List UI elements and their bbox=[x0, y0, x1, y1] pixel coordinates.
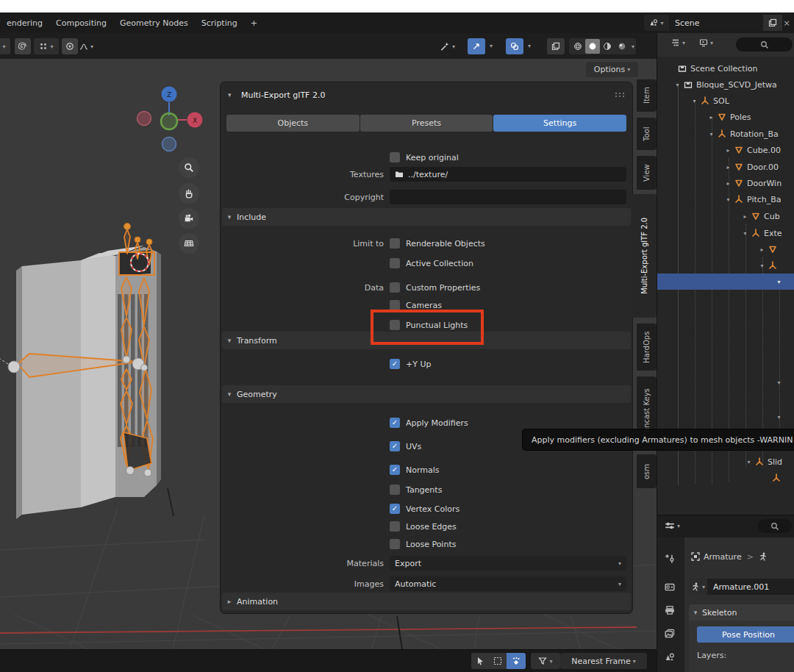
datablock-name-field[interactable]: Armature.001 bbox=[707, 579, 794, 595]
cameras-checkbox[interactable] bbox=[390, 300, 400, 310]
outliner-row-rotation-base[interactable]: ▾ Rotation_Ba bbox=[657, 126, 794, 142]
options-button[interactable]: Options▾ bbox=[586, 62, 638, 77]
gizmo-dropdown-chevron[interactable]: ▾ bbox=[490, 43, 493, 49]
mode-dropdown-partial[interactable]: ▾ bbox=[0, 38, 10, 54]
custom-properties-checkbox[interactable] bbox=[390, 282, 400, 293]
gizmo-minus-z-axis[interactable] bbox=[162, 137, 176, 151]
outliner-row-last[interactable] bbox=[657, 470, 794, 486]
orthographic-toggle-button[interactable] bbox=[179, 233, 199, 254]
menu-scripting[interactable]: Scripting bbox=[201, 18, 237, 28]
outliner-row-deep-1[interactable]: ▾ bbox=[657, 374, 794, 390]
shading-material-icon[interactable] bbox=[600, 39, 615, 54]
active-collection-checkbox[interactable] bbox=[390, 258, 400, 268]
overlays-dropdown-chevron[interactable]: ▾ bbox=[528, 43, 531, 49]
select-cursor-icon[interactable] bbox=[471, 653, 489, 669]
expand-arrow-icon[interactable]: ▸ bbox=[723, 164, 733, 171]
proportional-editing-icon[interactable] bbox=[62, 38, 78, 54]
show-gizmo-icon[interactable] bbox=[468, 38, 485, 54]
outliner-filter-mode-dropdown[interactable]: ▾ bbox=[671, 38, 685, 47]
new-scene-button[interactable] bbox=[763, 15, 782, 31]
tab-presets[interactable]: Presets bbox=[360, 115, 493, 132]
sidebar-tab-tool[interactable]: Tool bbox=[637, 118, 657, 150]
outliner-row-exte[interactable]: ▾ Exte bbox=[657, 225, 794, 241]
expand-arrow-icon[interactable]: ▾ bbox=[690, 98, 699, 104]
frame-snap-mode-dropdown[interactable]: Nearest Frame▾ bbox=[560, 653, 647, 669]
materials-dropdown[interactable]: Export▾ bbox=[390, 556, 626, 571]
menu-geometry-nodes[interactable]: Geometry Nodes bbox=[120, 18, 188, 28]
outliner-display-mode-dropdown[interactable]: ▾ bbox=[699, 38, 713, 47]
uvs-checkbox[interactable]: ✓ bbox=[390, 441, 400, 451]
outliner-row-selected[interactable]: ▾ bbox=[657, 274, 794, 290]
images-dropdown[interactable]: Automatic▾ bbox=[390, 576, 626, 591]
sidebar-tab-item[interactable]: Item bbox=[637, 79, 657, 112]
shading-dropdown-chevron[interactable]: ▾ bbox=[632, 43, 634, 50]
editor-type-dropdown[interactable]: ▾ bbox=[665, 521, 680, 531]
annotate-spiral-icon[interactable] bbox=[15, 38, 31, 54]
sidebar-tab-view[interactable]: View bbox=[637, 156, 657, 190]
expand-arrow-icon[interactable]: ▾ bbox=[774, 279, 784, 285]
tangents-checkbox[interactable] bbox=[390, 485, 400, 495]
camera-view-button[interactable] bbox=[179, 208, 199, 229]
expand-arrow-icon[interactable]: ▾ bbox=[707, 131, 716, 137]
animation-section-header[interactable]: ▸Animation bbox=[222, 593, 631, 610]
object-type-visibility-dropdown[interactable]: ▾ bbox=[440, 38, 455, 54]
filter-funnel-dropdown[interactable]: ▾ bbox=[531, 653, 560, 669]
breadcrumb-object[interactable]: Armature bbox=[704, 552, 742, 562]
shading-wireframe-icon[interactable] bbox=[571, 39, 585, 54]
expand-arrow-icon[interactable]: ▸ bbox=[757, 246, 767, 253]
proportional-falloff-dropdown[interactable]: ▾ bbox=[79, 38, 93, 54]
expand-arrow-icon[interactable]: ▸ bbox=[723, 147, 733, 154]
expand-arrow-icon[interactable]: ▾ bbox=[757, 262, 767, 269]
armature-datablock-icon[interactable]: ▾ bbox=[689, 579, 707, 595]
box-select-icon[interactable] bbox=[489, 653, 507, 669]
panel-grip-icon[interactable] bbox=[615, 92, 625, 98]
textures-field[interactable]: ../texture/ bbox=[390, 167, 626, 182]
expand-arrow-icon[interactable]: ▾ bbox=[744, 459, 754, 465]
pan-view-button[interactable] bbox=[179, 183, 199, 204]
shading-rendered-icon[interactable] bbox=[615, 39, 629, 54]
outliner-row-poles[interactable]: ▸ Poles bbox=[657, 109, 794, 125]
tool-tab-icon[interactable] bbox=[665, 554, 675, 564]
view-layer-tab-icon[interactable] bbox=[665, 629, 675, 639]
menu-rendering[interactable]: endering bbox=[7, 18, 43, 28]
copyright-field[interactable] bbox=[390, 190, 626, 204]
gizmo-y-axis[interactable] bbox=[161, 113, 177, 129]
add-workspace-button[interactable]: + bbox=[251, 18, 257, 28]
gizmo-minus-x-axis[interactable] bbox=[137, 112, 151, 126]
outliner-row-pitch-base[interactable]: ▾ Pitch_Ba bbox=[657, 191, 794, 207]
shading-solid-icon[interactable] bbox=[585, 39, 600, 54]
sidebar-tab-hardops[interactable]: HardOps bbox=[637, 324, 657, 371]
zoom-view-button[interactable] bbox=[179, 157, 199, 178]
navigation-gizmo[interactable]: Z X bbox=[137, 87, 203, 151]
unlink-scene-icon[interactable]: × bbox=[782, 18, 791, 28]
expand-arrow-icon[interactable]: ▾ bbox=[673, 82, 682, 88]
outliner-row-deep-2[interactable]: ▾ bbox=[657, 409, 794, 425]
skeleton-panel-header[interactable]: ▾ Skeleton bbox=[689, 604, 794, 621]
menu-compositing[interactable]: Compositing bbox=[56, 18, 107, 28]
vertex-colors-checkbox[interactable]: ✓ bbox=[390, 504, 400, 514]
panel-header[interactable]: ▾ Multi-Export glTF 2.0 bbox=[228, 87, 625, 103]
expand-arrow-icon[interactable]: ▸ bbox=[707, 114, 716, 121]
toggle-xray-icon[interactable] bbox=[547, 38, 565, 54]
loose-edges-checkbox[interactable] bbox=[390, 521, 400, 532]
outliner-row-nested-empty[interactable]: ▾ bbox=[657, 257, 794, 274]
renderable-objects-checkbox[interactable] bbox=[390, 238, 400, 249]
keep-original-checkbox[interactable] bbox=[390, 152, 400, 162]
geometry-section-header[interactable]: ▾Geometry bbox=[222, 385, 631, 403]
pivot-point-dropdown[interactable]: ▾ bbox=[34, 38, 59, 54]
outliner-row-scene-collection[interactable]: Scene Collection bbox=[657, 60, 794, 76]
outliner-row-nested-mesh[interactable]: ▸ bbox=[657, 241, 794, 257]
sidebar-tab-multi-export[interactable]: Multi-Export glTF 2.0 bbox=[632, 194, 657, 318]
expand-arrow-icon[interactable]: ▾ bbox=[740, 230, 750, 237]
properties-search-input[interactable] bbox=[758, 519, 792, 533]
include-section-header[interactable]: ▾Include bbox=[222, 208, 631, 226]
scene-selector[interactable]: ▾ Scene × bbox=[644, 15, 791, 31]
expand-arrow-icon[interactable]: ▾ bbox=[774, 379, 784, 386]
scene-tab-icon[interactable] bbox=[665, 652, 675, 662]
outliner-row-slide[interactable]: ▾ Slid bbox=[657, 454, 794, 470]
expand-arrow-icon[interactable]: ▸ bbox=[723, 180, 733, 187]
tab-settings[interactable]: Settings bbox=[493, 115, 626, 132]
pose-position-button[interactable]: Pose Position bbox=[697, 626, 794, 643]
expand-arrow-icon[interactable]: ▾ bbox=[774, 414, 784, 421]
render-tab-icon[interactable] bbox=[665, 582, 675, 592]
